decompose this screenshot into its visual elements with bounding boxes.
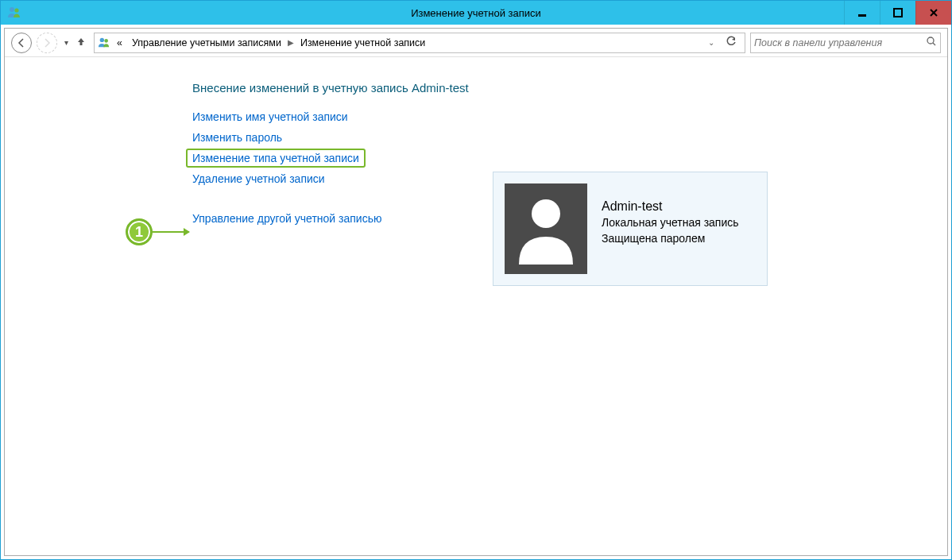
breadcrumb-prefix[interactable]: « [114, 37, 126, 48]
svg-point-0 [10, 7, 14, 12]
svg-point-1 [14, 8, 18, 12]
svg-rect-2 [858, 14, 866, 17]
navbar: ▾ « Управление учетными записями ▶ Измен… [5, 29, 947, 57]
link-change-name[interactable]: Изменить имя учетной записи [192, 110, 348, 123]
account-card: Admin-test Локальная учетная запись Защи… [493, 172, 768, 286]
search-icon[interactable] [926, 36, 937, 49]
page-body: Внесение изменений в учетную запись Admi… [5, 57, 947, 555]
search-box[interactable] [750, 33, 941, 53]
breadcrumb-dropdown[interactable]: ⌄ [705, 38, 718, 47]
minimize-button[interactable] [844, 1, 880, 25]
content-frame: ▾ « Управление учетными записями ▶ Измен… [4, 28, 948, 556]
account-info: Admin-test Локальная учетная запись Защи… [602, 183, 739, 247]
breadcrumb-part2[interactable]: Изменение учетной записи [297, 37, 428, 48]
titlebar: Изменение учетной записи [1, 1, 951, 25]
search-input[interactable] [754, 37, 926, 48]
window-controls [844, 1, 951, 25]
link-manage-other[interactable]: Управление другой учетной записью [192, 212, 381, 225]
window-frame: Изменение учетной записи ▾ [0, 0, 952, 560]
page-heading: Внесение изменений в учетную запись Admi… [192, 81, 931, 95]
maximize-button[interactable] [880, 1, 915, 25]
refresh-button[interactable] [721, 36, 741, 49]
breadcrumb-part1[interactable]: Управление учетными записями [129, 37, 284, 48]
annotation-arrow-icon [153, 231, 189, 233]
svg-point-10 [532, 199, 560, 228]
svg-point-7 [104, 39, 108, 43]
app-icon [7, 6, 21, 20]
history-dropdown[interactable]: ▾ [60, 38, 72, 47]
svg-line-9 [933, 43, 935, 45]
annotation-badge: 1 [126, 218, 153, 245]
forward-button [37, 33, 57, 53]
svg-point-8 [927, 37, 934, 44]
annotation-marker: 1 [126, 218, 189, 245]
account-protection: Защищена паролем [602, 231, 739, 247]
close-button[interactable] [915, 1, 951, 25]
avatar [505, 183, 587, 274]
breadcrumb[interactable]: « Управление учетными записями ▶ Изменен… [94, 33, 745, 53]
svg-rect-3 [894, 9, 902, 17]
window-title: Изменение учетной записи [411, 7, 541, 19]
users-icon [98, 37, 110, 49]
link-delete-account[interactable]: Удаление учетной записи [192, 172, 325, 185]
account-type: Локальная учетная запись [602, 215, 739, 231]
link-change-type[interactable]: Изменение типа учетной записи [186, 149, 366, 168]
up-button[interactable] [73, 36, 89, 50]
svg-point-6 [100, 37, 104, 41]
link-change-password[interactable]: Изменить пароль [192, 131, 282, 144]
chevron-right-icon: ▶ [288, 38, 294, 47]
back-button[interactable] [11, 33, 32, 53]
account-name: Admin-test [602, 198, 739, 215]
